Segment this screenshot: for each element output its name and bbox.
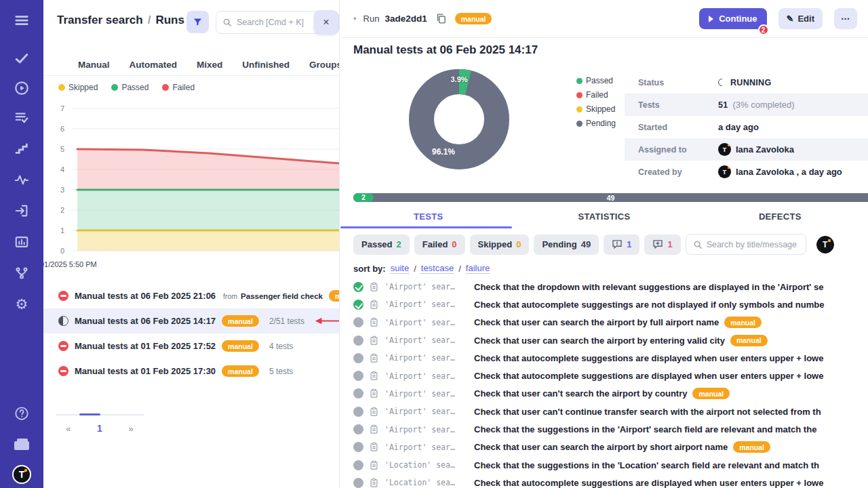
settings-gear-icon[interactable]: ⚙ (14, 296, 30, 312)
continue-button[interactable]: Continue (699, 8, 766, 29)
projects-folder-icon[interactable] (14, 436, 30, 453)
test-title[interactable]: Check that autocomplete suggestions are … (474, 353, 823, 363)
run-detail-tab[interactable]: STATISTICS (516, 207, 692, 228)
test-title[interactable]: Check that user can search the airport b… (474, 336, 725, 346)
test-title[interactable]: Check that autocomplete suggestions are … (474, 371, 823, 381)
run-title[interactable]: Manual tests at 06 Feb 2025 21:06 (75, 291, 216, 301)
runs-tab[interactable]: Automated (130, 60, 178, 70)
test-plans-icon[interactable] (14, 110, 30, 126)
testcase-clipboard-icon (369, 478, 379, 488)
pagination-next[interactable]: » (128, 424, 133, 434)
test-title[interactable]: Check that the suggestions in the 'Locat… (474, 460, 819, 470)
breadcrumb-project[interactable]: Transfer search (57, 14, 143, 26)
user-avatar[interactable]: T (12, 465, 31, 484)
run-source-plan[interactable]: Passenger field check (241, 292, 323, 300)
detail-row: Tests T 51 (3% completed) (625, 94, 868, 116)
run-list-item[interactable]: Manual tests at 01 Feb 2025 17:30 manual… (43, 359, 339, 384)
pagination-page-1[interactable]: 1 (97, 423, 102, 434)
close-panel-button[interactable]: × (314, 10, 338, 35)
filter-chip-count: 49 (581, 239, 591, 249)
breadcrumb: Transfer search/Runs (57, 14, 184, 27)
sort-link[interactable]: testcase (421, 263, 454, 274)
filter-chip[interactable]: 1 (604, 235, 639, 255)
integrations-branch-icon[interactable] (14, 265, 30, 281)
more-actions-button[interactable]: ⋯ (834, 8, 857, 29)
test-list-item[interactable]: 'Airport' sear… Check that user can sear… (340, 314, 868, 331)
detail-value: T Iana Zavoloka (718, 143, 794, 156)
test-list-item[interactable]: 'Airport' sear… Check that user can't co… (340, 403, 868, 420)
test-list-item[interactable]: 'Airport' sear… Check that autocomplete … (340, 349, 868, 367)
tests-search-field[interactable] (686, 234, 806, 255)
runs-tab[interactable]: Unfinished (242, 60, 290, 70)
legend-label: Failed (172, 83, 195, 92)
runs-tab[interactable]: Groups (309, 60, 340, 70)
test-list-item[interactable]: 'Airport' sear… Check that user can't se… (340, 385, 868, 403)
test-status-icon (353, 300, 363, 310)
test-suite-name: 'Airport' sear… (384, 371, 469, 381)
testcase-clipboard-icon (369, 424, 379, 434)
sort-link[interactable]: suite (391, 263, 409, 274)
run-tests-count: 5 tests (269, 367, 293, 376)
reports-chart-icon[interactable] (14, 234, 30, 250)
filter-chip[interactable]: 1 (644, 235, 680, 255)
filter-chip[interactable]: Failed 0 (414, 235, 465, 255)
tests-search-input[interactable] (707, 240, 799, 249)
run-from-label: from (223, 292, 237, 300)
test-title[interactable]: Check that user can't continue transfer … (474, 407, 821, 417)
run-title[interactable]: Manual tests at 06 Feb 2025 14:17 (75, 316, 216, 326)
test-title[interactable]: Check that the suggestions in the 'Airpo… (474, 424, 816, 434)
filter-chip-label: Failed (422, 239, 448, 249)
milestones-stairs-icon[interactable] (14, 140, 30, 157)
test-list-item[interactable]: 'Airport' sear… Check that user can sear… (340, 331, 868, 349)
menu-icon[interactable] (14, 12, 30, 28)
activity-pulse-icon[interactable] (14, 171, 30, 188)
filter-chip[interactable]: Pending 49 (534, 235, 599, 255)
test-list-item[interactable]: 'Airport' sear… Check that the dropdown … (340, 278, 868, 296)
runs-tab[interactable]: Mixed (197, 60, 222, 70)
test-cases-check-icon[interactable] (14, 50, 30, 66)
assignee-filter-avatar[interactable]: T (816, 236, 834, 253)
run-list-item[interactable]: Manual tests at 01 Feb 2025 17:52 manual… (43, 333, 339, 359)
filter-chip[interactable]: Passed 2 (353, 235, 410, 255)
run-list-item[interactable]: Manual tests at 06 Feb 2025 21:06 from P… (43, 283, 339, 308)
pagination-prev[interactable]: « (66, 424, 71, 434)
test-list-item[interactable]: 'Airport' sear… Check that autocomplete … (340, 296, 868, 313)
test-title[interactable]: Check that autocomplete suggestings are … (474, 300, 824, 310)
run-progress-bar: 49 2 (353, 193, 868, 202)
detail-label: Tests (625, 100, 718, 110)
run-detail-tab[interactable]: TESTS (340, 207, 516, 228)
test-list-item[interactable]: 'Airport' sear… Check that user can sear… (340, 439, 868, 456)
test-list-item[interactable]: 'Airport' sear… Check that the suggestio… (340, 420, 868, 438)
test-title[interactable]: Check that the dropdown with relevant su… (474, 282, 823, 292)
run-detail-tab[interactable]: DEFECTS (692, 207, 868, 228)
imports-login-icon[interactable] (14, 203, 30, 219)
test-list-item[interactable]: 'Airport' sear… Check that autocomplete … (340, 367, 868, 384)
filter-chip[interactable]: Skipped 0 (470, 235, 530, 255)
filter-chip-count: 0 (516, 239, 521, 249)
filter-button[interactable] (186, 11, 209, 33)
run-type-badge: manual (329, 290, 339, 302)
edit-button[interactable]: ✎ Edit (778, 8, 823, 29)
sort-link[interactable]: failure (466, 263, 490, 274)
test-list-item[interactable]: 'Location' sea… Check that the suggestio… (340, 456, 868, 474)
filter-chip-label: Pending (542, 239, 576, 249)
test-title[interactable]: Check that user can search the airport b… (474, 317, 719, 327)
copy-icon[interactable] (435, 13, 447, 24)
run-title[interactable]: Manual tests at 01 Feb 2025 17:30 (75, 366, 216, 376)
run-label: Run (363, 14, 380, 24)
legend-label: Pending (586, 119, 616, 128)
test-title[interactable]: Check that autocomplete suggestions are … (474, 478, 823, 488)
runs-play-icon[interactable] (14, 80, 30, 96)
test-suite-name: 'Location' sea… (384, 460, 469, 470)
avatar[interactable]: T (718, 143, 731, 156)
run-list-item[interactable]: Manual tests at 06 Feb 2025 14:17 manual… (43, 308, 339, 333)
run-title[interactable]: Manual tests at 01 Feb 2025 17:52 (75, 341, 216, 351)
avatar[interactable]: T (718, 165, 731, 178)
runs-tab[interactable]: Manual (78, 60, 110, 70)
testcase-clipboard-icon (369, 336, 379, 346)
test-title[interactable]: Check that user can search the airport b… (474, 442, 728, 452)
test-title[interactable]: Check that user can't search the airport… (474, 388, 687, 399)
test-list-item[interactable]: 'Location' sea… Check that autocomplete … (340, 474, 868, 488)
sort-separator: / (458, 264, 461, 274)
help-icon[interactable] (14, 405, 30, 422)
